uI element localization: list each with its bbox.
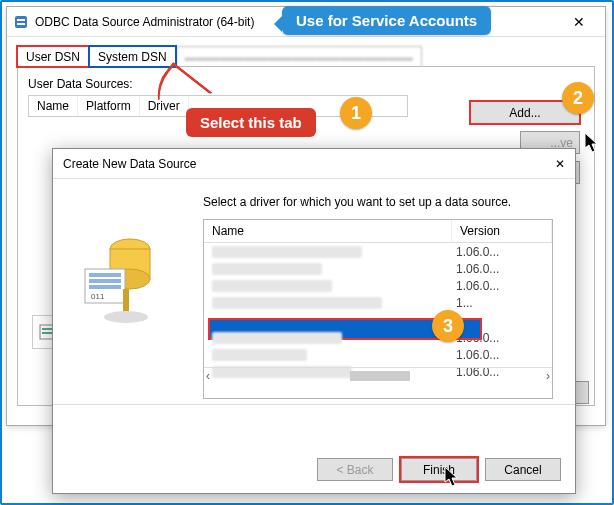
tab-system-dsn[interactable]: System DSN — [89, 46, 176, 67]
driver-col-name[interactable]: Name — [204, 220, 452, 242]
wizard-graphic: 011 — [65, 201, 175, 351]
svg-rect-1 — [17, 19, 25, 21]
svg-text:011: 011 — [91, 292, 105, 301]
cursor-icon — [444, 466, 460, 488]
tab-hidden[interactable]: ▬▬▬▬▬▬▬▬▬▬▬▬▬▬▬▬▬▬▬ — [176, 46, 422, 67]
finish-button[interactable]: Finish — [401, 458, 477, 481]
svg-rect-10 — [89, 273, 121, 277]
callout-service-accounts: Use for Service Accounts — [282, 6, 491, 35]
driver-row[interactable]: 1.06.0... — [204, 260, 552, 277]
close-button[interactable]: ✕ — [559, 8, 599, 36]
svg-rect-0 — [15, 16, 27, 28]
back-button: < Back — [317, 458, 393, 481]
svg-rect-14 — [123, 289, 129, 313]
col-name[interactable]: Name — [29, 96, 78, 116]
badge-3: 3 — [432, 310, 464, 342]
svg-rect-11 — [89, 279, 121, 283]
driver-list[interactable]: Name Version 1.06.0... 1.06.0... 1.06.0.… — [203, 219, 553, 399]
badge-1: 1 — [340, 97, 372, 129]
callout-select-tab: Select this tab — [186, 108, 316, 137]
cancel-button[interactable]: Cancel — [485, 458, 561, 481]
list-label: User Data Sources: — [28, 77, 584, 91]
svg-rect-2 — [17, 23, 25, 25]
wizard-title: Create New Data Source — [63, 157, 555, 171]
tab-strip: User DSN System DSN ▬▬▬▬▬▬▬▬▬▬▬▬▬▬▬▬▬▬▬ — [17, 45, 595, 66]
driver-row[interactable]: 1.06.0... — [204, 346, 552, 363]
horizontal-scrollbar[interactable]: ‹› — [204, 367, 552, 383]
col-platform[interactable]: Platform — [78, 96, 140, 116]
driver-row[interactable]: 1.06.0... — [204, 277, 552, 294]
wizard-instruction: Select a driver for which you want to se… — [203, 195, 511, 209]
create-datasource-wizard: Create New Data Source ✕ 011 Select a dr… — [52, 148, 576, 494]
driver-col-version[interactable]: Version — [452, 220, 552, 242]
driver-row[interactable]: 1... — [204, 294, 552, 311]
tab-user-dsn[interactable]: User DSN — [17, 46, 89, 67]
driver-row[interactable]: 1.06.0... — [204, 243, 552, 260]
svg-point-15 — [104, 311, 148, 323]
wizard-close-button[interactable]: ✕ — [555, 157, 565, 171]
svg-rect-12 — [89, 285, 121, 289]
cursor-icon — [584, 132, 600, 154]
badge-2: 2 — [562, 82, 594, 114]
odbc-icon — [13, 14, 29, 30]
